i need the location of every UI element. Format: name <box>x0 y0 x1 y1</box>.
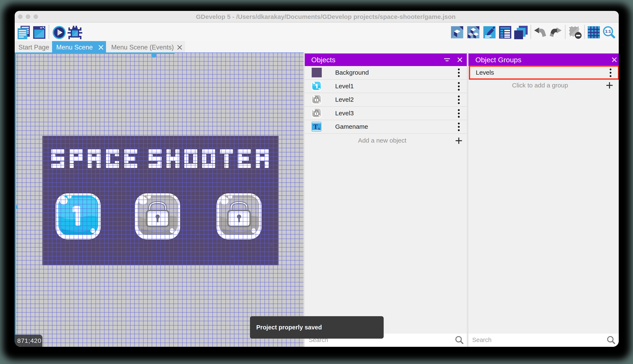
svg-text:1:1: 1:1 <box>605 29 611 34</box>
svg-text:T: T <box>313 123 318 130</box>
svg-text:x: x <box>318 126 320 131</box>
